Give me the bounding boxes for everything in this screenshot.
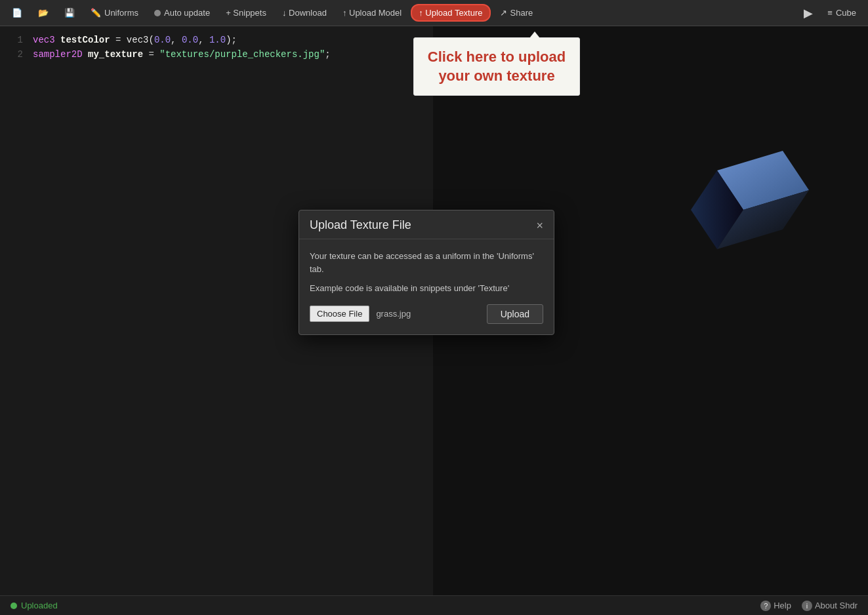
pencil-icon: ✏️	[91, 8, 101, 18]
file-name-display: grass.jpg	[376, 309, 411, 319]
share-button[interactable]: ↗ Share	[493, 5, 540, 20]
upload-texture-button[interactable]: ↑ Upload Texture	[411, 4, 490, 22]
status-text: Uploaded	[21, 601, 58, 610]
new-icon: 📄	[12, 8, 22, 18]
toolbar: 📄 📂 💾 ✏️ Uniforms Auto update + Snippets…	[0, 0, 868, 26]
code-line-2: 2 sampler2D my_texture = "textures/purpl…	[0, 47, 433, 62]
download-label: ↓ Download	[282, 8, 327, 18]
uniforms-label: Uniforms	[104, 8, 138, 18]
modal-close-button[interactable]: ×	[536, 220, 543, 231]
help-button[interactable]: ? Help	[760, 601, 791, 611]
upload-model-label: ↑ Upload Model	[342, 8, 402, 18]
status-right: ? Help i About Shdr	[760, 601, 858, 611]
hamburger-icon: ≡	[827, 8, 833, 18]
status-left: Uploaded	[10, 601, 58, 610]
line-number: 1	[7, 33, 23, 47]
status-dot	[10, 603, 17, 609]
cube-label: Cube	[836, 8, 856, 18]
play-button[interactable]: ▶	[798, 3, 818, 23]
modal-header: Upload Texture File ×	[299, 210, 554, 239]
share-label: Share	[510, 8, 533, 18]
cube-container	[684, 144, 816, 275]
about-icon: i	[802, 601, 812, 611]
auto-update-label: Auto update	[164, 8, 210, 18]
modal-body: Your texture can be accessed as a unifor…	[299, 239, 554, 334]
auto-update-button[interactable]: Auto update	[148, 5, 217, 20]
new-button[interactable]: 📄	[5, 5, 29, 20]
help-icon: ?	[760, 601, 771, 611]
help-label: Help	[774, 601, 791, 610]
upload-texture-label: ↑ Upload Texture	[419, 8, 482, 18]
cube-button[interactable]: ≡ Cube	[821, 5, 863, 20]
uniforms-button[interactable]: ✏️ Uniforms	[84, 5, 145, 20]
save-icon: 💾	[64, 8, 75, 18]
cube-svg	[684, 144, 816, 275]
modal-title: Upload Texture File	[310, 218, 411, 232]
modal-body-text1: Your texture can be accessed as a unifor…	[310, 250, 543, 275]
share-icon: ↗	[500, 8, 507, 18]
download-button[interactable]: ↓ Download	[276, 5, 333, 20]
upload-button[interactable]: Upload	[487, 304, 543, 324]
snippets-button[interactable]: + Snippets	[219, 5, 273, 20]
tooltip-text: Click here to upload your own texture	[424, 48, 569, 85]
line-number: 2	[7, 47, 23, 62]
choose-file-button[interactable]: Choose File	[310, 306, 369, 322]
auto-update-dot	[154, 10, 161, 16]
statusbar: Uploaded ? Help i About Shdr	[0, 595, 868, 615]
snippets-label: + Snippets	[226, 8, 266, 18]
open-button[interactable]: 📂	[31, 5, 55, 20]
modal-body-text2: Example code is available in snippets un…	[310, 282, 543, 295]
upload-texture-modal: Upload Texture File × Your texture can b…	[299, 210, 554, 335]
about-button[interactable]: i About Shdr	[802, 601, 858, 611]
open-icon: 📂	[38, 8, 49, 18]
about-label: About Shdr	[815, 601, 858, 610]
save-button[interactable]: 💾	[58, 5, 81, 20]
tooltip-callout: Click here to upload your own texture	[413, 37, 580, 96]
code-line-1: 1 vec3 testColor = vec3(0.0, 0.0, 1.0);	[0, 33, 433, 47]
modal-actions: Choose File grass.jpg Upload	[310, 304, 543, 324]
upload-model-button[interactable]: ↑ Upload Model	[336, 5, 408, 20]
